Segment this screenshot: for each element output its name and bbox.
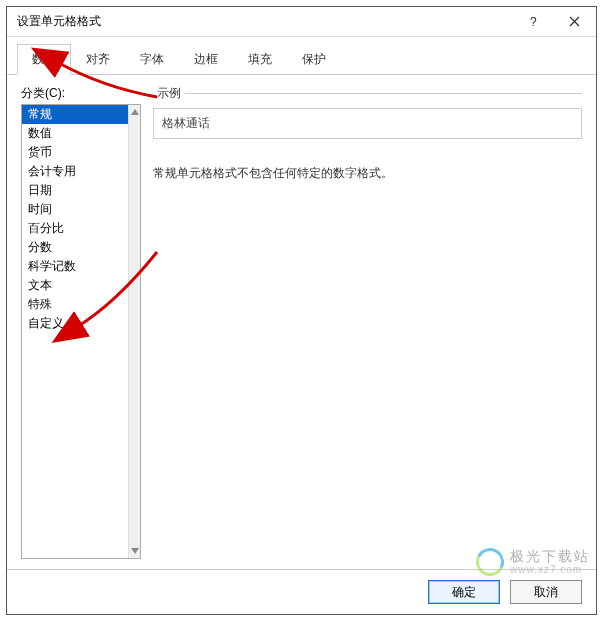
scroll-up-icon[interactable] [129,105,141,119]
content-area: 分类(C): 常规 数值 货币 会计专用 日期 时间 百分比 分数 科学记数 文… [7,75,596,569]
category-item-custom[interactable]: 自定义 [22,314,128,333]
tabs: 数字 对齐 字体 边框 填充 保护 [7,37,596,75]
tab-font[interactable]: 字体 [125,44,179,75]
tab-border[interactable]: 边框 [179,44,233,75]
category-scrollbar[interactable] [128,105,140,558]
category-item-scientific[interactable]: 科学记数 [22,257,128,276]
dialog-footer: 确定 取消 [7,569,596,614]
category-item-special[interactable]: 特殊 [22,295,128,314]
svg-text:?: ? [530,16,537,28]
tab-number[interactable]: 数字 [17,44,71,75]
sample-group-label: 示例 [153,85,185,102]
category-item-fraction[interactable]: 分数 [22,238,128,257]
cancel-button[interactable]: 取消 [510,580,582,604]
category-listbox[interactable]: 常规 数值 货币 会计专用 日期 时间 百分比 分数 科学记数 文本 特殊 自定… [21,104,141,559]
svg-marker-4 [131,548,139,554]
titlebar: 设置单元格格式 ? [7,7,596,37]
category-item-currency[interactable]: 货币 [22,143,128,162]
category-item-number[interactable]: 数值 [22,124,128,143]
category-label: 分类(C): [21,85,141,102]
category-item-text[interactable]: 文本 [22,276,128,295]
help-button[interactable]: ? [514,8,554,36]
sample-group: 示例 格林通话 [153,93,582,147]
category-item-time[interactable]: 时间 [22,200,128,219]
description-text: 常规单元格格式不包含任何特定的数字格式。 [153,165,582,182]
category-item-percentage[interactable]: 百分比 [22,219,128,238]
tab-protection[interactable]: 保护 [287,44,341,75]
right-column: 示例 格林通话 常规单元格格式不包含任何特定的数字格式。 [153,85,582,559]
category-item-general[interactable]: 常规 [22,105,128,124]
format-cells-dialog: 设置单元格格式 ? 数字 对齐 字体 边框 填充 保护 分类(C): 常规 数值… [6,6,597,615]
tab-alignment[interactable]: 对齐 [71,44,125,75]
svg-line-2 [570,17,579,26]
svg-line-1 [570,17,579,26]
category-column: 分类(C): 常规 数值 货币 会计专用 日期 时间 百分比 分数 科学记数 文… [21,85,141,559]
category-item-accounting[interactable]: 会计专用 [22,162,128,181]
dialog-title: 设置单元格格式 [17,13,514,30]
category-items: 常规 数值 货币 会计专用 日期 时间 百分比 分数 科学记数 文本 特殊 自定… [22,105,128,558]
svg-marker-3 [131,109,139,115]
tab-fill[interactable]: 填充 [233,44,287,75]
sample-value: 格林通话 [153,108,582,139]
close-button[interactable] [554,8,594,36]
category-item-date[interactable]: 日期 [22,181,128,200]
scroll-down-icon[interactable] [129,544,141,558]
ok-button[interactable]: 确定 [428,580,500,604]
